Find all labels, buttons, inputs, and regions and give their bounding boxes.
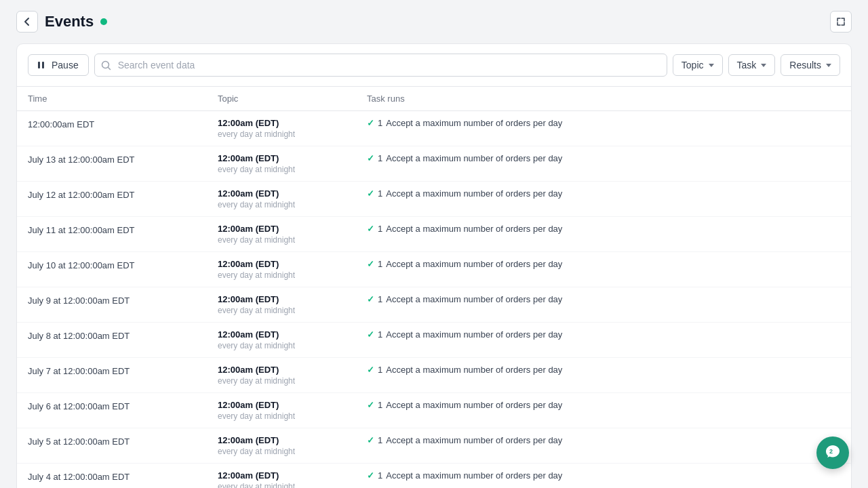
table-row[interactable]: July 5 at 12:00:00am EDT 12:00am (EDT) e… [17, 428, 851, 464]
chat-fab-button[interactable]: 2 [816, 436, 849, 469]
time-value: July 8 at 12:00:00am EDT [28, 331, 130, 341]
header: Events [0, 11, 868, 43]
pause-icon [38, 60, 47, 70]
cell-time: 12:00:00am EDT [28, 111, 218, 137]
table-row[interactable]: July 8 at 12:00:00am EDT 12:00am (EDT) e… [17, 323, 851, 358]
topic-time-value: 12:00am (EDT) [218, 365, 367, 375]
time-value: July 6 at 12:00:00am EDT [28, 401, 130, 411]
cell-taskruns: ✓ 1 Accept a maximum number of orders pe… [367, 464, 840, 487]
cell-topic: 12:00am (EDT) every day at midnight [218, 287, 367, 322]
cell-time: July 5 at 12:00:00am EDT [28, 428, 218, 454]
search-wrapper [94, 54, 667, 77]
time-value: July 4 at 12:00:00am EDT [28, 472, 130, 482]
cell-taskruns: ✓ 1 Accept a maximum number of orders pe… [367, 358, 840, 382]
topic-filter-button[interactable]: Topic [673, 54, 723, 76]
table-row[interactable]: July 7 at 12:00:00am EDT 12:00am (EDT) e… [17, 358, 851, 393]
topic-sub-value: every day at midnight [218, 129, 367, 139]
svg-text:2: 2 [829, 448, 833, 455]
topic-time-value: 12:00am (EDT) [218, 435, 367, 445]
cell-time: July 6 at 12:00:00am EDT [28, 393, 218, 419]
cell-topic: 12:00am (EDT) every day at midnight [218, 358, 367, 392]
time-value: July 9 at 12:00:00am EDT [28, 296, 130, 306]
table-row[interactable]: July 12 at 12:00:00am EDT 12:00am (EDT) … [17, 182, 851, 217]
cell-time: July 10 at 12:00:00am EDT [28, 252, 218, 278]
task-label: Accept a maximum number of orders per da… [386, 470, 562, 481]
results-filter-button[interactable]: Results [781, 54, 840, 76]
table-row[interactable]: July 4 at 12:00:00am EDT 12:00am (EDT) e… [17, 464, 851, 488]
topic-sub-value: every day at midnight [218, 447, 367, 456]
table-row[interactable]: 12:00:00am EDT 12:00am (EDT) every day a… [17, 111, 851, 146]
task-label: Accept a maximum number of orders per da… [386, 365, 562, 375]
topic-time-value: 12:00am (EDT) [218, 329, 367, 340]
task-label: Accept a maximum number of orders per da… [386, 118, 562, 128]
topic-time-value: 12:00am (EDT) [218, 400, 367, 410]
results-filter-label: Results [789, 60, 821, 70]
task-count: 1 [378, 435, 382, 445]
time-value: 12:00:00am EDT [28, 119, 94, 129]
topic-sub-value: every day at midnight [218, 235, 367, 245]
topic-sub-value: every day at midnight [218, 411, 367, 421]
cell-topic: 12:00am (EDT) every day at midnight [218, 464, 367, 488]
task-label: Accept a maximum number of orders per da… [386, 153, 562, 163]
topic-time-value: 12:00am (EDT) [218, 153, 367, 163]
chat-icon: 2 [825, 444, 841, 462]
time-value: July 11 at 12:00:00am EDT [28, 225, 135, 235]
main-content: Pause Topic Task Result [16, 43, 852, 488]
task-count: 1 [378, 329, 382, 340]
topic-time-value: 12:00am (EDT) [218, 470, 367, 481]
topic-sub-value: every day at midnight [218, 270, 367, 280]
table-row[interactable]: July 6 at 12:00:00am EDT 12:00am (EDT) e… [17, 393, 851, 428]
col-header-topic: Topic [218, 94, 367, 104]
time-value: July 12 at 12:00:00am EDT [28, 190, 135, 200]
back-button[interactable] [16, 11, 38, 33]
expand-icon [835, 16, 846, 27]
topic-sub-value: every day at midnight [218, 306, 367, 315]
check-icon: ✓ [367, 118, 374, 128]
check-icon: ✓ [367, 400, 374, 410]
cell-taskruns: ✓ 1 Accept a maximum number of orders pe… [367, 287, 840, 311]
table-row[interactable]: July 11 at 12:00:00am EDT 12:00am (EDT) … [17, 217, 851, 252]
check-icon: ✓ [367, 435, 374, 445]
task-label: Accept a maximum number of orders per da… [386, 294, 562, 304]
cell-taskruns: ✓ 1 Accept a maximum number of orders pe… [367, 393, 840, 417]
cell-taskruns: ✓ 1 Accept a maximum number of orders pe… [367, 252, 840, 276]
time-value: July 5 at 12:00:00am EDT [28, 436, 130, 447]
cell-topic: 12:00am (EDT) every day at midnight [218, 323, 367, 357]
check-icon: ✓ [367, 259, 374, 269]
topic-sub-value: every day at midnight [218, 165, 367, 174]
cell-time: July 4 at 12:00:00am EDT [28, 464, 218, 488]
task-count: 1 [378, 259, 382, 269]
results-chevron-icon [826, 64, 831, 67]
task-count: 1 [378, 294, 382, 304]
task-label: Accept a maximum number of orders per da… [386, 400, 562, 410]
cell-topic: 12:00am (EDT) every day at midnight [218, 393, 367, 428]
table-body: 12:00:00am EDT 12:00am (EDT) every day a… [17, 111, 851, 488]
cell-taskruns: ✓ 1 Accept a maximum number of orders pe… [367, 217, 840, 241]
pause-button[interactable]: Pause [28, 54, 89, 76]
back-icon [22, 16, 33, 27]
search-input[interactable] [94, 54, 667, 77]
topic-sub-value: every day at midnight [218, 376, 367, 386]
cell-taskruns: ✓ 1 Accept a maximum number of orders pe… [367, 111, 840, 135]
task-label: Accept a maximum number of orders per da… [386, 259, 562, 269]
check-icon: ✓ [367, 224, 374, 234]
live-indicator [100, 18, 107, 25]
task-filter-button[interactable]: Task [728, 54, 776, 76]
check-icon: ✓ [367, 294, 374, 304]
table-row[interactable]: July 10 at 12:00:00am EDT 12:00am (EDT) … [17, 252, 851, 287]
time-value: July 7 at 12:00:00am EDT [28, 366, 130, 376]
check-icon: ✓ [367, 329, 374, 340]
cell-time: July 9 at 12:00:00am EDT [28, 287, 218, 313]
cell-topic: 12:00am (EDT) every day at midnight [218, 146, 367, 181]
table-header: Time Topic Task runs [17, 87, 851, 111]
task-count: 1 [378, 118, 382, 128]
time-value: July 13 at 12:00:00am EDT [28, 155, 135, 165]
table-row[interactable]: July 13 at 12:00:00am EDT 12:00am (EDT) … [17, 146, 851, 182]
cell-time: July 11 at 12:00:00am EDT [28, 217, 218, 243]
cell-time: July 7 at 12:00:00am EDT [28, 358, 218, 384]
cell-topic: 12:00am (EDT) every day at midnight [218, 428, 367, 463]
table-row[interactable]: July 9 at 12:00:00am EDT 12:00am (EDT) e… [17, 287, 851, 323]
expand-button[interactable] [830, 11, 852, 33]
cell-time: July 13 at 12:00:00am EDT [28, 146, 218, 172]
cell-topic: 12:00am (EDT) every day at midnight [218, 111, 367, 146]
